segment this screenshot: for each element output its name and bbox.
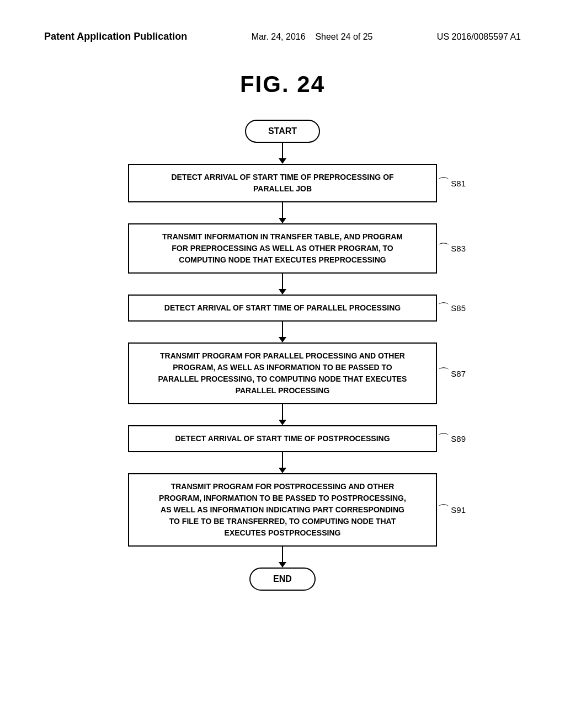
step-box-s83: TRANSMIT INFORMATION IN TRANSFER TABLE, … [128, 223, 437, 274]
step-box-s89: DETECT ARRIVAL OF START TIME OF POSTPROC… [128, 425, 437, 452]
publication-date: Mar. 24, 2016 [252, 32, 306, 41]
step-box-s81: DETECT ARRIVAL OF START TIME OF PREPROCE… [128, 164, 437, 202]
arrow-5 [279, 404, 286, 425]
step-row-s87: TRANSMIT PROGRAM FOR PARALLEL PROCESSING… [33, 342, 532, 404]
arrow-1 [279, 143, 286, 164]
step-row-s91: TRANSMIT PROGRAM FOR POSTPROCESSING AND … [33, 473, 532, 547]
step-label-s83: ⌒ S83 [438, 243, 466, 255]
header: Patent Application Publication Mar. 24, … [0, 0, 565, 55]
figure-title: FIG. 24 [0, 71, 565, 98]
header-right: US 2016/0085597 A1 [437, 30, 521, 44]
start-oval: START [245, 120, 320, 143]
page: Patent Application Publication Mar. 24, … [0, 0, 565, 728]
step-row-s85: DETECT ARRIVAL OF START TIME OF PARALLEL… [33, 295, 532, 322]
step-label-s85: ⌒ S85 [438, 302, 466, 314]
flowchart: START DETECT ARRIVAL OF START TIME OF PR… [0, 120, 565, 591]
step-label-s89: ⌒ S89 [438, 433, 466, 445]
header-center: Mar. 24, 2016 Sheet 24 of 25 [252, 30, 373, 44]
arrow-2 [279, 202, 286, 223]
header-left: Patent Application Publication [44, 30, 187, 43]
step-label-s81: ⌒ S81 [438, 177, 466, 189]
arrow-7 [279, 547, 286, 568]
sheet-info: Sheet 24 of 25 [315, 32, 372, 41]
publication-title: Patent Application Publication [44, 31, 187, 42]
arrow-3 [279, 274, 286, 295]
end-oval: END [249, 568, 316, 591]
arrow-4 [279, 322, 286, 342]
step-box-s91: TRANSMIT PROGRAM FOR POSTPROCESSING AND … [128, 473, 437, 547]
step-box-s85: DETECT ARRIVAL OF START TIME OF PARALLEL… [128, 295, 437, 322]
step-row-s83: TRANSMIT INFORMATION IN TRANSFER TABLE, … [33, 223, 532, 274]
step-label-s87: ⌒ S87 [438, 367, 466, 379]
step-label-s91: ⌒ S91 [438, 504, 466, 516]
step-box-s87: TRANSMIT PROGRAM FOR PARALLEL PROCESSING… [128, 342, 437, 404]
step-row-s81: DETECT ARRIVAL OF START TIME OF PREPROCE… [33, 164, 532, 202]
arrow-6 [279, 452, 286, 473]
patent-number: US 2016/0085597 A1 [437, 32, 521, 41]
step-row-s89: DETECT ARRIVAL OF START TIME OF POSTPROC… [33, 425, 532, 452]
